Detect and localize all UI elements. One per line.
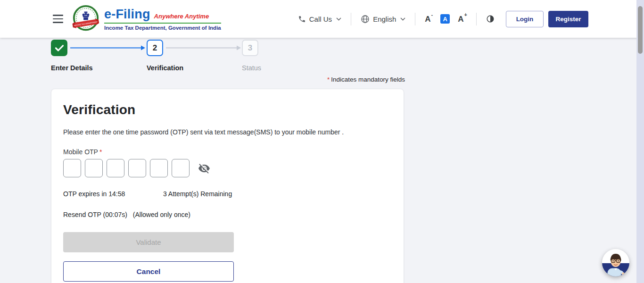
attempts-remaining-text: 3 Attempt(s) Remaining xyxy=(163,190,232,198)
language-label: English xyxy=(373,15,396,23)
step-label-verification: Verification xyxy=(147,64,183,72)
step-enter-details xyxy=(51,40,67,56)
otp-input-5[interactable] xyxy=(150,159,168,177)
logo-subtitle: Income Tax Department, Government of Ind… xyxy=(104,24,221,31)
chatbot-avatar[interactable] xyxy=(602,249,629,276)
globe-icon xyxy=(361,15,370,24)
site-logo[interactable]: INCOME TAX DEPARTMENT e-Filing Anywhere … xyxy=(72,5,221,33)
login-button[interactable]: Login xyxy=(506,11,544,27)
otp-timer-row: OTP expires in 14:58 3 Attempt(s) Remain… xyxy=(63,190,389,198)
check-icon xyxy=(55,45,64,51)
logo-title: e-Filing xyxy=(104,7,150,22)
mobile-otp-label: Mobile OTP* xyxy=(63,148,389,156)
step-label-status: Status xyxy=(242,64,261,72)
card-title: Verification xyxy=(63,102,389,117)
step-verification: 2 xyxy=(147,40,163,56)
otp-instruction: Please enter the one time password (OTP)… xyxy=(63,128,389,136)
verification-card: Verification Please enter the one time p… xyxy=(51,89,404,283)
income-tax-emblem-icon: INCOME TAX DEPARTMENT xyxy=(72,5,100,33)
otp-expires-text: OTP expires in 14:58 xyxy=(63,190,161,198)
logo-tagline: Anywhere Anytime xyxy=(154,13,209,20)
step-status: 3 xyxy=(242,40,258,56)
scrollbar-thumb[interactable] xyxy=(638,6,643,54)
otp-input-6[interactable] xyxy=(172,159,190,177)
menu-icon[interactable] xyxy=(53,15,63,23)
header: INCOME TAX DEPARTMENT e-Filing Anywhere … xyxy=(0,0,644,38)
stepper-arrow xyxy=(70,45,147,51)
contrast-toggle[interactable] xyxy=(486,15,495,23)
chevron-down-icon xyxy=(400,17,405,21)
call-us-label: Call Us xyxy=(309,15,332,23)
otp-visibility-toggle[interactable] xyxy=(198,162,210,175)
otp-input-3[interactable] xyxy=(107,159,124,177)
phone-icon xyxy=(298,15,306,23)
chevron-down-icon xyxy=(336,17,341,21)
stepper-arrow xyxy=(166,45,242,51)
contrast-icon xyxy=(486,15,495,23)
font-increase-button[interactable]: A+ xyxy=(458,14,467,24)
mandatory-fields-note: *Indicates mandatory fields xyxy=(51,76,405,83)
cancel-button[interactable]: Cancel xyxy=(63,261,234,282)
otp-input-1[interactable] xyxy=(63,159,81,177)
chatbot-person-icon xyxy=(602,249,629,276)
call-us-dropdown[interactable]: Call Us xyxy=(298,15,341,23)
resend-otp-note: (Allowed only once) xyxy=(133,211,190,218)
divider xyxy=(415,13,415,25)
validate-button[interactable]: Validate xyxy=(63,232,234,252)
font-decrease-button[interactable]: A- xyxy=(425,14,432,24)
language-dropdown[interactable]: English xyxy=(361,15,405,24)
otp-input-4[interactable] xyxy=(128,159,146,177)
font-size-controls: A- A A+ xyxy=(425,14,467,24)
otp-input-group xyxy=(63,159,389,177)
scrollbar-track[interactable] xyxy=(636,0,644,283)
step-label-enter-details: Enter Details xyxy=(51,64,93,72)
divider xyxy=(476,13,477,25)
registration-stepper: 2 3 Enter Details Verification Status xyxy=(51,40,343,74)
font-normal-button[interactable]: A xyxy=(440,14,450,24)
resend-otp-row: Resend OTP (00:07s) (Allowed only once) xyxy=(63,211,389,218)
divider xyxy=(351,13,351,25)
resend-otp-link[interactable]: Resend OTP (00:07s) xyxy=(63,211,127,218)
eye-off-icon xyxy=(198,162,210,175)
register-button[interactable]: Register xyxy=(548,11,588,27)
otp-input-2[interactable] xyxy=(85,159,103,177)
